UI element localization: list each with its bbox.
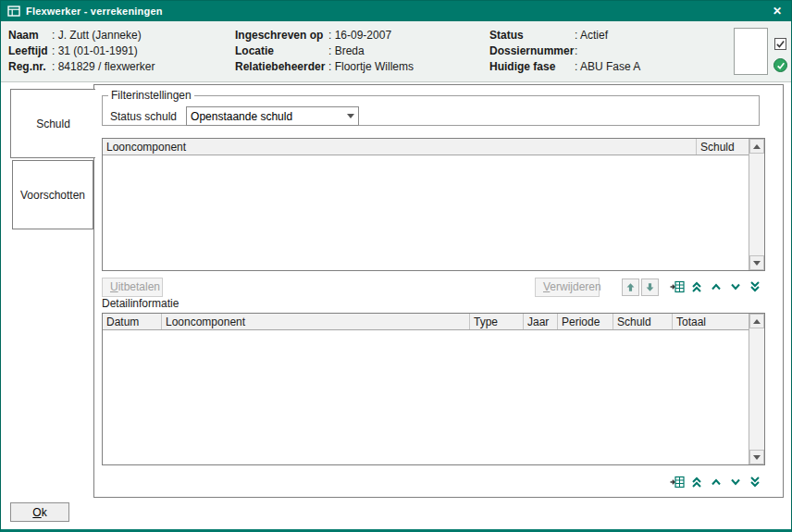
regnr-value: : 841829 / flexwerker (52, 60, 155, 73)
col-type[interactable]: Type (470, 314, 524, 329)
scroll-up-icon[interactable] (749, 139, 764, 154)
scroll-up-icon[interactable] (749, 314, 764, 328)
leeftijd-label: Leeftijd (8, 44, 52, 57)
detail-table-header: Datum Looncomponent Type Jaar Periode Sc… (103, 314, 749, 330)
chevron-double-down-icon (749, 476, 761, 489)
schuld-table-scrollbar[interactable] (749, 139, 764, 270)
dossiernummer-label: Dossiernummer (489, 44, 575, 57)
naam-label: Naam (8, 29, 52, 42)
relatiebeheerder-label: Relatiebeheerder (235, 60, 328, 73)
window-icon (7, 6, 20, 17)
huidige-fase-value: : ABU Fase A (575, 60, 640, 73)
status-label: Status (489, 29, 575, 42)
tab-schuld[interactable]: Schuld (10, 89, 95, 158)
dossiernummer-value: : (575, 44, 640, 57)
ingeschreven-value: : 16-09-2007 (328, 29, 414, 42)
scroll-step-up-button[interactable] (708, 278, 724, 295)
scroll-step-up-button-detail[interactable] (708, 474, 724, 490)
scroll-top-button[interactable] (688, 278, 705, 295)
schuld-panel: Filterinstellingen Status schuld Opensta… (93, 84, 784, 498)
scroll-step-down-button[interactable] (727, 278, 744, 295)
schuld-table-header: Looncomponent Schuld (103, 139, 749, 155)
move-up-button[interactable] (622, 278, 639, 296)
flexwerker-verrekeningen-window: Flexwerker - verrekeningen ✕ Naam : J. Z… (0, 0, 792, 532)
huidige-fase-label: Huidige fase (489, 60, 575, 73)
uitbetalen-button[interactable]: Uitbetalen (102, 278, 163, 297)
status-schuld-select-wrap: Openstaande schuld (186, 106, 359, 126)
leeftijd-value: : 31 (01-01-1991) (52, 44, 155, 57)
grid-arrow-icon (670, 476, 685, 489)
check-icon (775, 39, 786, 49)
window-title: Flexwerker - verrekeningen (26, 6, 764, 17)
grid-arrow-icon (670, 280, 685, 293)
scroll-step-down-button-detail[interactable] (727, 474, 744, 490)
header-checkbox[interactable] (774, 38, 786, 50)
status-schuld-select[interactable]: Openstaande schuld (186, 106, 359, 126)
ok-button[interactable]: Ok (10, 502, 69, 522)
verwijderen-button[interactable]: Verwijderen (535, 278, 600, 297)
status-value: : Actief (575, 29, 640, 42)
ingeschreven-label: Ingeschreven op (235, 29, 328, 42)
detailinformatie-title: Detailinformatie (102, 297, 179, 310)
tab-schuld-label: Schuld (36, 118, 70, 130)
chevron-double-up-icon (690, 476, 703, 489)
employee-info-col3: Status : Actief Dossiernummer : Huidige … (489, 29, 640, 73)
scroll-bottom-button[interactable] (747, 278, 763, 295)
record-grid-button-detail[interactable] (669, 474, 686, 490)
schuld-table: Looncomponent Schuld (102, 138, 765, 271)
filter-row: Status schuld Openstaande schuld (110, 106, 359, 126)
detail-table: Datum Looncomponent Type Jaar Periode Sc… (102, 313, 765, 465)
tab-voorschotten-label: Voorschotten (20, 189, 85, 202)
filter-legend: Filterinstellingen (108, 89, 194, 102)
col-looncomponent-detail[interactable]: Looncomponent (162, 314, 470, 329)
arrow-down-icon (645, 282, 655, 292)
col-schuld[interactable]: Schuld (697, 139, 749, 155)
schuld-table-body[interactable] (103, 155, 749, 270)
scroll-down-icon[interactable] (749, 450, 764, 464)
detail-toolbar (102, 472, 763, 492)
employee-info-header: Naam : J. Zutt (Janneke) Leeftijd : 31 (… (1, 21, 791, 82)
tab-voorschotten[interactable]: Voorschotten (12, 160, 93, 229)
status-schuld-label: Status schuld (110, 110, 177, 123)
col-looncomponent[interactable]: Looncomponent (103, 139, 697, 155)
locatie-label: Locatie (235, 44, 328, 57)
naam-value: : J. Zutt (Janneke) (52, 29, 155, 42)
chevron-up-icon (710, 476, 723, 489)
col-datum[interactable]: Datum (103, 314, 162, 329)
titlebar: Flexwerker - verrekeningen ✕ (1, 1, 791, 21)
employee-info-col1: Naam : J. Zutt (Janneke) Leeftijd : 31 (… (8, 29, 155, 73)
chevron-double-up-icon (690, 280, 703, 293)
schuld-toolbar: Uitbetalen Verwijderen (102, 277, 763, 297)
arrow-up-icon (625, 282, 636, 292)
move-down-button[interactable] (641, 278, 659, 296)
chevron-double-down-icon (749, 280, 761, 293)
employee-photo-placeholder (734, 28, 768, 75)
employee-info-col2: Ingeschreven op : 16-09-2007 Locatie : B… (235, 29, 414, 73)
chevron-down-icon (729, 476, 742, 489)
status-ok-icon (773, 58, 787, 72)
col-schuld-detail[interactable]: Schuld (613, 314, 673, 329)
col-jaar[interactable]: Jaar (524, 314, 558, 329)
scroll-down-icon[interactable] (749, 255, 764, 270)
close-icon[interactable]: ✕ (770, 4, 785, 19)
filter-groupbox: Filterinstellingen Status schuld Opensta… (102, 89, 760, 126)
detail-table-scrollbar[interactable] (749, 314, 764, 464)
detail-table-body[interactable] (103, 330, 749, 464)
scroll-top-button-detail[interactable] (688, 474, 705, 490)
chevron-down-icon (729, 280, 742, 293)
col-periode[interactable]: Periode (558, 314, 613, 329)
regnr-label: Reg.nr. (8, 60, 52, 73)
scroll-bottom-button-detail[interactable] (747, 474, 763, 490)
dialog-body: Schuld Voorschotten Filterinstellingen S… (1, 82, 791, 529)
chevron-up-icon (710, 280, 723, 293)
record-grid-button[interactable] (669, 278, 686, 295)
locatie-value: : Breda (328, 44, 414, 57)
relatiebeheerder-value: : Floortje Willems (328, 60, 414, 73)
col-totaal[interactable]: Totaal (673, 314, 749, 329)
